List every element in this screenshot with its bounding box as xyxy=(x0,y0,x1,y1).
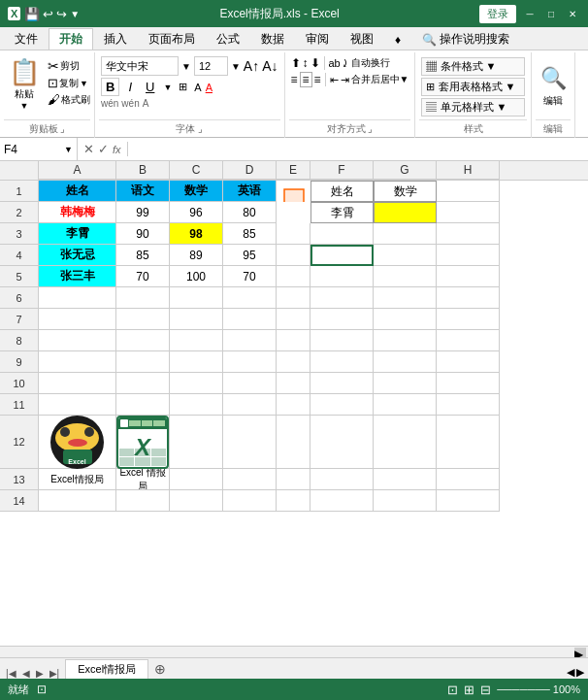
format-painter-button[interactable]: 🖌 xyxy=(48,92,60,107)
tab-review[interactable]: 审阅 xyxy=(295,28,340,50)
text-direction-btn[interactable]: ab⤸ xyxy=(329,57,349,70)
save-icon[interactable]: 💾 xyxy=(24,7,40,21)
cell-b4[interactable]: 85 xyxy=(116,245,170,266)
align-center-btn[interactable]: ≡ xyxy=(300,72,312,87)
restore-btn[interactable]: □ xyxy=(543,7,559,20)
cell-g4[interactable] xyxy=(374,245,437,266)
conditional-format-btn[interactable]: ▦ 条件格式 ▼ xyxy=(421,57,525,76)
middle-align-btn[interactable]: ↕ xyxy=(303,56,309,70)
indent-increase-btn[interactable]: ⇥ xyxy=(341,74,349,86)
tab-file[interactable]: 文件 xyxy=(4,28,49,50)
align-left-btn[interactable]: ≡ xyxy=(291,73,298,86)
cancel-formula-btn[interactable]: ✕ xyxy=(83,142,94,156)
cell-d3[interactable]: 85 xyxy=(223,223,277,245)
row-header-3[interactable]: 3 xyxy=(0,223,39,245)
sheet-nav-prev[interactable]: ◀ xyxy=(20,668,32,679)
font-name-selector[interactable]: 华文中宋 xyxy=(101,56,179,76)
cell-c5[interactable]: 100 xyxy=(170,266,223,287)
row-header-5[interactable]: 5 xyxy=(0,266,39,287)
cell-h1[interactable] xyxy=(437,181,500,202)
cell-f2[interactable]: 李霄 xyxy=(310,202,374,223)
font-name-dropdown[interactable]: ▼ xyxy=(181,61,191,72)
bold-button[interactable]: B xyxy=(101,78,119,96)
sheet-nav-last[interactable]: ▶| xyxy=(48,668,62,679)
row-header-2[interactable]: 2 xyxy=(0,202,39,223)
decrease-font-btn[interactable]: A↓ xyxy=(262,58,278,74)
tab-extra[interactable]: ♦ xyxy=(384,28,411,50)
col-header-a[interactable]: A xyxy=(39,161,116,180)
top-align-btn[interactable]: ⬆ xyxy=(291,56,301,70)
cell-a4[interactable]: 张无忌 xyxy=(39,245,116,266)
tab-page-layout[interactable]: 页面布局 xyxy=(138,28,206,50)
sheet-nav-next[interactable]: ▶ xyxy=(34,668,46,679)
cell-style-btn[interactable]: ▤ 单元格样式 ▼ xyxy=(421,98,525,117)
col-header-b[interactable]: B xyxy=(116,161,170,180)
cell-g3[interactable] xyxy=(374,223,437,245)
cell-a3[interactable]: 李霄 xyxy=(39,223,116,245)
cell-h3[interactable] xyxy=(437,223,500,245)
customize-icon[interactable]: ▼ xyxy=(70,9,80,19)
redo-icon[interactable]: ↪ xyxy=(56,7,67,21)
undo-icon[interactable]: ↩ xyxy=(43,7,53,21)
cell-e5[interactable] xyxy=(277,266,310,287)
cell-d2[interactable]: 80 xyxy=(223,202,277,223)
layout-page-btn[interactable]: ⊞ xyxy=(464,683,474,697)
cell-b3[interactable]: 90 xyxy=(116,223,170,245)
underline-button[interactable]: U xyxy=(141,78,159,96)
name-box[interactable]: F4 ▼ xyxy=(0,138,78,160)
paste-button[interactable]: 📋 粘贴 ▼ xyxy=(4,54,45,113)
font-size-selector[interactable]: 12 xyxy=(194,56,228,76)
align-right-btn[interactable]: ≡ xyxy=(314,73,321,86)
cell-f3[interactable] xyxy=(310,223,374,245)
col-header-f[interactable]: F xyxy=(310,161,374,180)
cell-b2[interactable]: 99 xyxy=(116,202,170,223)
cell-f4[interactable] xyxy=(310,245,374,266)
close-btn[interactable]: ✕ xyxy=(565,7,580,20)
tab-home[interactable]: 开始 xyxy=(49,28,93,50)
cell-c4[interactable]: 89 xyxy=(170,245,223,266)
minimize-btn[interactable]: ─ xyxy=(522,7,538,20)
cell-c2[interactable]: 96 xyxy=(170,202,223,223)
cell-b1[interactable]: 语文 xyxy=(116,181,170,202)
scroll-tab-left[interactable]: ◀ xyxy=(567,666,574,679)
cell-d1[interactable]: 英语 xyxy=(223,181,277,202)
scroll-tab-right[interactable]: ▶ xyxy=(576,666,584,679)
confirm-formula-btn[interactable]: ✓ xyxy=(98,142,109,156)
col-header-d[interactable]: D xyxy=(223,161,277,180)
table-style-btn[interactable]: ⊞ 套用表格格式 ▼ xyxy=(421,78,525,96)
row-header-1[interactable]: 1 xyxy=(0,181,39,202)
wrap-text-btn[interactable]: 自动换行 xyxy=(351,56,390,70)
copy-button[interactable]: ⊡ xyxy=(48,76,58,90)
font-color-button[interactable]: A xyxy=(206,82,212,93)
col-header-e[interactable]: E xyxy=(277,161,310,180)
cell-b5[interactable]: 70 xyxy=(116,266,170,287)
increase-font-btn[interactable]: A↑ xyxy=(244,58,259,74)
cell-d5[interactable]: 70 xyxy=(223,266,277,287)
col-header-h[interactable]: H xyxy=(437,161,500,180)
cut-button[interactable]: ✂ xyxy=(48,58,59,74)
cell-f5[interactable] xyxy=(310,266,374,287)
cell-h4[interactable] xyxy=(437,245,500,266)
cell-a2[interactable]: 韩梅梅 xyxy=(39,202,116,223)
tab-view[interactable]: 视图 xyxy=(340,28,384,50)
login-button[interactable]: 登录 xyxy=(479,5,516,23)
scroll-right-btn[interactable]: ▶ xyxy=(574,648,586,657)
cell-c1[interactable]: 数学 xyxy=(170,181,223,202)
cell-h5[interactable] xyxy=(437,266,500,287)
cell-g5[interactable] xyxy=(374,266,437,287)
col-header-c[interactable]: C xyxy=(170,161,223,180)
layout-normal-btn[interactable]: ⊡ xyxy=(447,683,458,697)
add-sheet-btn[interactable]: ⊕ xyxy=(148,659,172,679)
cell-e3[interactable] xyxy=(277,223,310,245)
merge-cells-btn[interactable]: 合并后居中▼ xyxy=(351,73,409,86)
sheet-tab-excel[interactable]: Excel情报局 xyxy=(65,659,148,679)
font-size-dropdown[interactable]: ▼ xyxy=(231,61,241,72)
indent-decrease-btn[interactable]: ⇤ xyxy=(330,74,339,86)
cell-e4[interactable] xyxy=(277,245,310,266)
tab-search[interactable]: 🔍操作说明搜索 xyxy=(411,28,520,50)
insert-function-btn[interactable]: fx xyxy=(113,144,121,155)
tab-data[interactable]: 数据 xyxy=(250,28,295,50)
cell-c3[interactable]: 98 xyxy=(170,223,223,245)
bottom-align-btn[interactable]: ⬇ xyxy=(310,56,320,70)
cell-d4[interactable]: 95 xyxy=(223,245,277,266)
